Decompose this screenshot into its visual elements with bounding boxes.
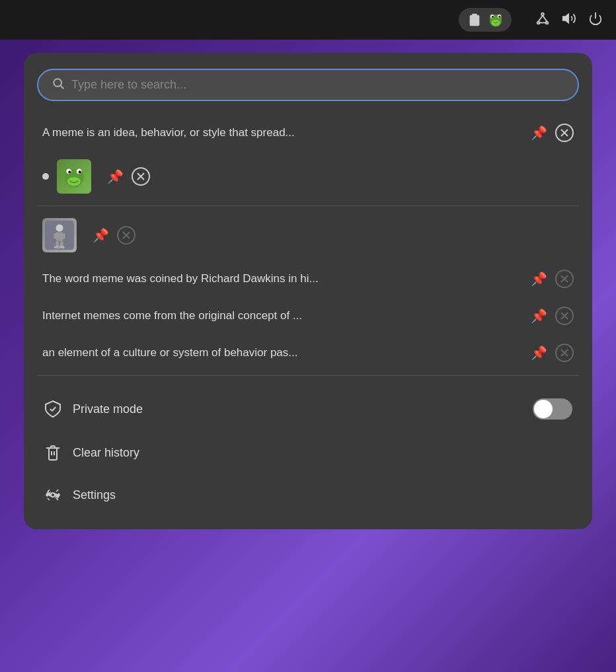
pin-icon[interactable]: 📌 <box>531 308 547 324</box>
remove-button[interactable] <box>555 307 574 325</box>
active-bullet <box>42 173 49 180</box>
svg-line-48 <box>52 407 56 411</box>
clip-actions: 📌 <box>531 270 574 288</box>
list-item[interactable]: The word meme was coined by Richard Dawk… <box>37 260 579 297</box>
pin-icon[interactable]: 📌 <box>531 345 547 361</box>
svg-point-27 <box>79 170 81 173</box>
remove-button[interactable] <box>132 167 150 186</box>
remove-button[interactable] <box>555 270 574 288</box>
clip-actions: 📌 <box>531 124 574 142</box>
toggle-knob <box>534 400 553 418</box>
pin-icon[interactable]: 📌 <box>531 125 547 141</box>
svg-line-18 <box>61 86 64 89</box>
svg-line-12 <box>539 15 543 21</box>
list-item[interactable]: Internet memes come from the original co… <box>37 297 579 334</box>
settings-item[interactable]: Settings <box>37 474 579 516</box>
power-icon[interactable] <box>588 11 603 29</box>
system-icons <box>535 11 603 29</box>
clear-history-item[interactable]: Clear history <box>37 431 579 474</box>
remove-button[interactable] <box>555 344 574 362</box>
clear-history-label: Clear history <box>73 446 572 460</box>
shield-icon <box>44 400 62 418</box>
meme-image: MEME <box>42 218 77 252</box>
search-bar[interactable] <box>37 69 579 101</box>
clipboard-icon[interactable] <box>465 11 484 29</box>
svg-rect-35 <box>62 233 65 239</box>
svg-point-9 <box>541 13 544 15</box>
divider-1 <box>37 205 579 206</box>
svg-rect-34 <box>54 233 56 239</box>
clip-actions: 📌 <box>531 344 574 362</box>
clip-actions: 📌 <box>93 226 135 244</box>
svg-point-32 <box>56 225 63 232</box>
clip-actions: 📌 <box>531 307 574 325</box>
top-bar-app-icons <box>459 8 512 32</box>
pinned-items-section: A meme is an idea, behavior, or style th… <box>37 114 579 202</box>
clip-text: A meme is an idea, behavior, or style th… <box>42 126 523 139</box>
clip-text: an element of a culture or system of beh… <box>42 346 523 359</box>
remove-button[interactable] <box>117 226 135 244</box>
svg-rect-33 <box>56 233 63 241</box>
svg-marker-15 <box>563 14 568 22</box>
pepe-image <box>57 159 91 194</box>
history-items-section: MEME 📌 The word meme was coined by Richa… <box>37 210 579 371</box>
svg-point-26 <box>68 170 71 173</box>
private-mode-label: Private mode <box>73 402 533 416</box>
svg-point-6 <box>492 16 494 18</box>
clip-actions: 📌 <box>107 167 150 186</box>
search-icon <box>52 77 65 93</box>
private-mode-item[interactable]: Private mode <box>37 387 579 431</box>
private-mode-toggle[interactable] <box>533 398 572 420</box>
svg-point-28 <box>67 177 81 186</box>
list-item[interactable]: MEME 📌 <box>37 210 579 260</box>
frog-icon[interactable] <box>486 11 505 29</box>
bottom-section: Private mode Clear history <box>37 387 579 516</box>
settings-label: Settings <box>73 488 572 502</box>
pin-icon[interactable]: 📌 <box>107 168 124 184</box>
divider-2 <box>37 375 579 376</box>
settings-icon <box>44 486 62 504</box>
pin-icon[interactable]: 📌 <box>93 227 109 243</box>
remove-button[interactable] <box>555 124 574 142</box>
svg-point-7 <box>498 16 500 18</box>
svg-point-51 <box>51 493 55 497</box>
network-icon[interactable] <box>535 11 550 29</box>
top-bar <box>0 0 616 40</box>
clip-thumbnail <box>57 159 91 194</box>
trash-icon <box>44 443 62 462</box>
clip-text: The word meme was coined by Richard Dawk… <box>42 272 523 285</box>
clip-thumbnail: MEME <box>42 218 77 252</box>
pin-icon[interactable]: 📌 <box>531 271 547 287</box>
clip-text: Internet memes come from the original co… <box>42 309 523 322</box>
list-item[interactable]: A meme is an idea, behavior, or style th… <box>37 114 579 151</box>
search-input[interactable] <box>71 78 564 92</box>
svg-line-13 <box>543 15 547 21</box>
svg-text:MEME: MEME <box>54 245 65 249</box>
clipboard-panel: A meme is an idea, behavior, or style th… <box>24 53 592 529</box>
volume-icon[interactable] <box>562 11 576 29</box>
list-item[interactable]: an element of a culture or system of beh… <box>37 334 579 371</box>
svg-point-17 <box>54 79 61 87</box>
list-item[interactable]: 📌 <box>37 151 579 202</box>
